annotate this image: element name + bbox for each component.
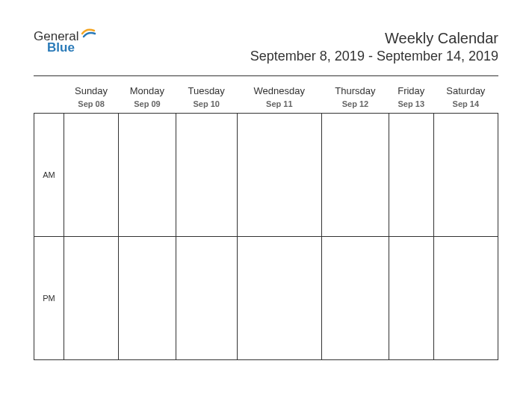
header-divider [34, 75, 498, 76]
weekly-calendar-table: Sunday Monday Tuesday Wednesday Thursday… [34, 82, 498, 360]
calendar-cell [322, 237, 389, 360]
day-header-friday: Friday [389, 82, 433, 99]
calendar-cell [119, 237, 176, 360]
time-period-am: AM [34, 114, 64, 237]
logo-text-blue: Blue [47, 41, 78, 54]
calendar-cell [64, 114, 119, 237]
calendar-cell [64, 237, 119, 360]
day-date: Sep 11 [237, 99, 321, 114]
calendar-cell [322, 114, 389, 237]
time-period-pm: PM [34, 237, 64, 360]
calendar-cell [389, 114, 433, 237]
calendar-cell [176, 237, 237, 360]
day-date: Sep 10 [176, 99, 237, 114]
day-header-wednesday: Wednesday [237, 82, 321, 99]
logo-swoosh-icon [81, 23, 97, 43]
day-date: Sep 09 [119, 99, 176, 114]
calendar-cell [237, 237, 321, 360]
day-date: Sep 08 [64, 99, 119, 114]
date-range: September 8, 2019 - September 14, 2019 [250, 49, 498, 64]
header: General Blue Weekly Calendar September 8… [34, 30, 498, 64]
calendar-cell [237, 114, 321, 237]
calendar-cell [433, 237, 498, 360]
calendar-cell [389, 237, 433, 360]
day-header-tuesday: Tuesday [176, 82, 237, 99]
day-date: Sep 14 [433, 99, 498, 114]
day-date: Sep 12 [322, 99, 389, 114]
page-title: Weekly Calendar [250, 30, 498, 47]
title-block: Weekly Calendar September 8, 2019 - Sept… [250, 30, 498, 64]
day-header-monday: Monday [119, 82, 176, 99]
calendar-cell [119, 114, 176, 237]
day-header-thursday: Thursday [322, 82, 389, 99]
day-header-sunday: Sunday [64, 82, 119, 99]
calendar-cell [176, 114, 237, 237]
calendar-cell [433, 114, 498, 237]
day-header-saturday: Saturday [433, 82, 498, 99]
day-date: Sep 13 [389, 99, 433, 114]
brand-logo: General Blue [34, 30, 97, 54]
